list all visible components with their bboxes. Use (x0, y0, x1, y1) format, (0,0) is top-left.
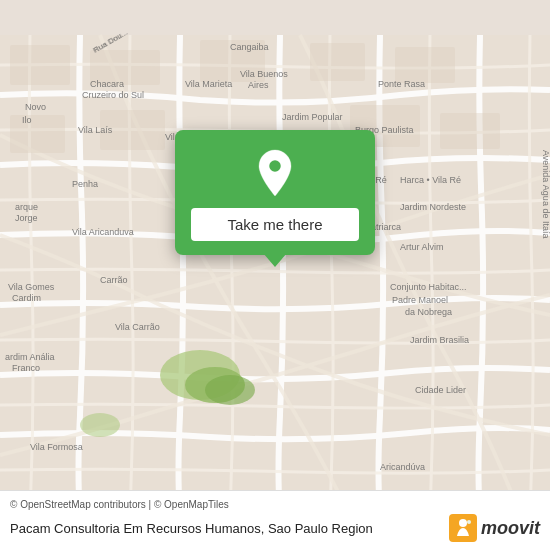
svg-rect-5 (10, 45, 70, 85)
svg-text:Jardim Brasilia: Jardim Brasilia (410, 335, 469, 345)
svg-text:Vila Formosa: Vila Formosa (30, 442, 83, 452)
svg-text:da Nobrega: da Nobrega (405, 307, 452, 317)
svg-text:Vila Gomes: Vila Gomes (8, 282, 55, 292)
svg-text:Aricandúva: Aricandúva (380, 462, 425, 472)
svg-text:Aires: Aires (248, 80, 269, 90)
svg-text:Vila Buenos: Vila Buenos (240, 69, 288, 79)
location-row: Pacam Consultoria Em Recursos Humanos, S… (10, 514, 540, 542)
svg-text:Cruzeiro do Sul: Cruzeiro do Sul (82, 90, 144, 100)
moovit-logo[interactable]: moovit (449, 514, 540, 542)
svg-text:Cardim: Cardim (12, 293, 41, 303)
svg-text:Harca • Vila Ré: Harca • Vila Ré (400, 175, 461, 185)
svg-point-4 (80, 413, 120, 437)
svg-text:Vila Aricanduva: Vila Aricanduva (72, 227, 134, 237)
svg-text:Avenida Água de Itaía: Avenida Água de Itaía (541, 150, 550, 238)
svg-point-54 (459, 519, 467, 527)
svg-text:Novo: Novo (25, 102, 46, 112)
location-pin-icon (250, 148, 300, 198)
bottom-bar: © OpenStreetMap contributors | © OpenMap… (0, 490, 550, 550)
svg-text:Ilo: Ilo (22, 115, 32, 125)
svg-text:Artur Alvim: Artur Alvim (400, 242, 444, 252)
svg-rect-10 (10, 115, 65, 153)
svg-text:Conjunto Habitac...: Conjunto Habitac... (390, 282, 467, 292)
svg-text:Padre Manoel: Padre Manoel (392, 295, 448, 305)
take-me-there-button[interactable]: Take me there (191, 208, 359, 241)
location-name: Pacam Consultoria Em Recursos Humanos, S… (10, 521, 449, 536)
svg-rect-13 (440, 113, 500, 149)
svg-text:ardim Anália: ardim Anália (5, 352, 55, 362)
map-attribution: © OpenStreetMap contributors | © OpenMap… (10, 499, 540, 510)
svg-point-52 (268, 159, 282, 173)
svg-text:Chacara: Chacara (90, 79, 124, 89)
svg-text:Cidade Lider: Cidade Lider (415, 385, 466, 395)
svg-text:Jorge: Jorge (15, 213, 38, 223)
svg-text:Jardim Popular: Jardim Popular (282, 112, 343, 122)
svg-text:Carrão: Carrão (100, 275, 128, 285)
moovit-icon (449, 514, 477, 542)
map-background: Novo Ilo arque Jorge Vila Gomes Cardim a… (0, 0, 550, 550)
svg-point-55 (467, 520, 471, 524)
svg-rect-9 (395, 47, 455, 83)
svg-text:arque: arque (15, 202, 38, 212)
svg-text:Vila Marieta: Vila Marieta (185, 79, 232, 89)
svg-point-3 (205, 375, 255, 405)
svg-text:Cangaiba: Cangaiba (230, 42, 269, 52)
svg-text:Vila Carrão: Vila Carrão (115, 322, 160, 332)
svg-text:Jardim Nordeste: Jardim Nordeste (400, 202, 466, 212)
svg-text:Ponte Rasa: Ponte Rasa (378, 79, 425, 89)
popup-card: Take me there (175, 130, 375, 255)
svg-text:Penha: Penha (72, 179, 98, 189)
svg-rect-8 (310, 43, 365, 81)
svg-text:Vila Laís: Vila Laís (78, 125, 113, 135)
map-container: Novo Ilo arque Jorge Vila Gomes Cardim a… (0, 0, 550, 550)
moovit-brand-text: moovit (481, 518, 540, 539)
svg-text:Franco: Franco (12, 363, 40, 373)
